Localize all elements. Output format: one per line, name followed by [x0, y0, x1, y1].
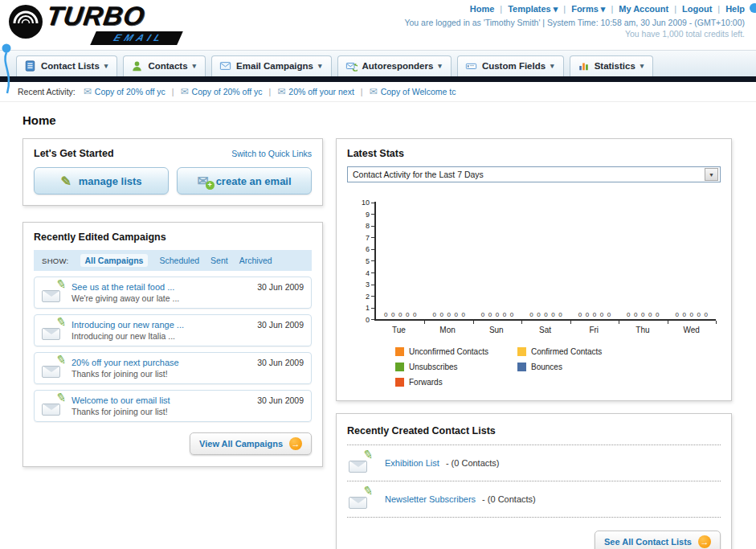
tab-email-campaigns[interactable]: Email Campaigns ▾ [211, 55, 331, 76]
logo-title: TURBO [45, 2, 182, 30]
recent-activity-item[interactable]: ✉Copy of Welcome tc [354, 86, 456, 97]
arrow-right-icon: → [289, 437, 302, 450]
decor-dot-right [750, 3, 756, 13]
stats-selected-option: Contact Activity for the Last 7 Days [353, 170, 484, 179]
logo-swirl-icon [8, 4, 43, 39]
campaigns-filter-bar: SHOW: All Campaigns Scheduled Sent Archi… [34, 250, 312, 271]
nav-forms-link[interactable]: Forms ▾ [558, 4, 605, 14]
legend-label: Bounces [531, 363, 562, 371]
tab-autoresponders[interactable]: Autoresponders ▾ [337, 55, 452, 76]
campaign-title-link[interactable]: 20% off your next purchase [72, 358, 179, 367]
left-column: Let's Get Started Switch to Quick Links … [22, 138, 323, 467]
campaign-row[interactable]: ✎ See us at the retail food ... We're gi… [34, 277, 312, 309]
legend-item: Unsubscribes [395, 363, 517, 371]
main-tab-bar: Contact Lists ▾ Contacts ▾ Email Campaig… [0, 50, 756, 76]
campaign-subtitle: We're giving away our late ... [72, 293, 179, 303]
chart-y-axis: 109876543210 [358, 199, 374, 324]
contact-list-link[interactable]: Exhibition List [385, 458, 439, 468]
view-all-campaigns-label: View All Campaigns [199, 439, 283, 449]
autoresponders-icon [345, 60, 358, 72]
envelope-icon: ✉ [370, 86, 378, 97]
nav-my-account-link[interactable]: My Account [605, 4, 668, 14]
contact-activity-chart: 109876543210 000000000000000000000000000… [358, 202, 716, 387]
manage-lists-label: manage lists [79, 175, 142, 187]
recent-activity-bar: Recent Activity: ✉Copy of 20% off yc ✉Co… [0, 82, 756, 102]
caret-down-icon: ▾ [438, 62, 442, 70]
campaign-date: 30 Jun 2009 [251, 395, 304, 416]
turbo-email-app: TURBO EMAIL HomeTemplates ▾Forms ▾My Acc… [0, 0, 756, 549]
tab-custom-fields[interactable]: Custom Fields ▾ [457, 55, 564, 76]
chart-plot: 00000000000000000000000000000000000 [374, 202, 716, 321]
tab-label: Contact Lists [41, 61, 100, 71]
logo-subtitle: EMAIL [90, 31, 183, 45]
filter-all-campaigns[interactable]: All Campaigns [80, 254, 149, 267]
campaigns-panel-title: Recently Edited Campaigns [34, 231, 312, 243]
legend-label: Unconfirmed Contacts [409, 347, 488, 356]
recent-activity-text: 20% off your next [288, 87, 354, 96]
select-arrow-icon: ▼ [705, 168, 718, 181]
campaign-date: 30 Jun 2009 [251, 282, 304, 303]
manage-lists-button[interactable]: ✎ manage lists [34, 167, 169, 195]
credits-info: You have 1,000 total credits left. [404, 29, 745, 39]
create-email-button[interactable]: ✉+ create an email [177, 167, 312, 195]
switch-quick-links-link[interactable]: Switch to Quick Links [231, 149, 312, 158]
legend-label: Unsubscribes [409, 363, 458, 371]
contact-list-row[interactable]: ✎ Newsletter Subscribers - (0 Contacts) [347, 481, 721, 518]
nav-help-link[interactable]: Help [712, 4, 745, 14]
tab-label: Custom Fields [482, 61, 546, 71]
get-started-panel: Let's Get Started Switch to Quick Links … [22, 138, 323, 206]
view-all-campaigns-button[interactable]: View All Campaigns → [190, 432, 312, 455]
legend-item: Forwards [395, 378, 517, 387]
campaign-subtitle: Thanks for joining our list! [72, 369, 179, 379]
chart-legend: Unconfirmed ContactsConfirmed ContactsUn… [395, 347, 716, 387]
show-label: SHOW: [42, 256, 69, 265]
campaign-title-link[interactable]: Introducing our new range ... [72, 320, 184, 330]
campaign-row[interactable]: ✎ Welcome to our email list Thanks for j… [34, 390, 312, 422]
nav-home-link[interactable]: Home [470, 4, 495, 14]
caret-down-icon: ▾ [318, 62, 322, 70]
campaign-row[interactable]: ✎ Introducing our new range ... Introduc… [34, 314, 312, 346]
login-info: You are logged in as 'Timothy Smith' | S… [404, 18, 745, 27]
decor-swoosh [0, 43, 18, 96]
nav-templates-link[interactable]: Templates ▾ [494, 4, 558, 14]
legend-label: Forwards [409, 378, 443, 387]
filter-scheduled[interactable]: Scheduled [159, 256, 199, 265]
contact-list-row[interactable]: ✎ Exhibition List - (0 Contacts) [347, 445, 721, 481]
campaign-title-link[interactable]: Welcome to our email list [72, 395, 170, 405]
app-logo[interactable]: TURBO EMAIL [8, 2, 180, 45]
legend-item: Unconfirmed Contacts [395, 347, 517, 356]
main-content: Home Let's Get Started Switch to Quick L… [0, 102, 756, 549]
pencil-icon: ✎ [60, 174, 71, 189]
see-all-contact-lists-button[interactable]: See All Contact Lists → [595, 531, 721, 549]
get-started-title: Let's Get Started [34, 148, 114, 159]
envelope-pencil-icon: ✎ [42, 282, 66, 303]
create-email-label: create an email [216, 175, 292, 187]
envelope-pencil-icon: ✎ [349, 489, 373, 510]
recent-activity-item[interactable]: ✉Copy of 20% off yc [166, 86, 263, 97]
contact-lists-icon [24, 60, 36, 72]
tab-label: Contacts [148, 61, 187, 71]
recent-activity-item[interactable]: ✉Copy of 20% off yc [84, 86, 166, 97]
recent-activity-item[interactable]: ✉20% off your next [263, 86, 354, 97]
arrow-right-icon: → [698, 535, 711, 548]
campaign-title-link[interactable]: See us at the retail food ... [72, 282, 179, 292]
campaign-row[interactable]: ✎ 20% off your next purchase Thanks for … [34, 352, 312, 384]
stats-period-select[interactable]: Contact Activity for the Last 7 Days ▼ [347, 166, 721, 182]
legend-swatch-icon [395, 378, 404, 387]
tab-contact-lists[interactable]: Contact Lists ▾ [16, 55, 117, 76]
caret-down-icon: ▾ [193, 62, 197, 70]
tab-label: Email Campaigns [236, 61, 313, 71]
statistics-icon [578, 60, 590, 72]
contact-list-count: - (0 Contacts) [446, 458, 500, 468]
legend-label: Confirmed Contacts [531, 347, 602, 356]
campaign-date: 30 Jun 2009 [251, 320, 304, 341]
filter-archived[interactable]: Archived [239, 256, 272, 265]
contact-list-link[interactable]: Newsletter Subscribers [385, 494, 476, 504]
tab-contacts[interactable]: Contacts ▾ [123, 55, 206, 76]
nav-logout-link[interactable]: Logout [668, 4, 712, 14]
top-header: TURBO EMAIL HomeTemplates ▾Forms ▾My Acc… [0, 0, 756, 50]
tab-statistics[interactable]: Statistics ▾ [570, 55, 654, 76]
right-column: Latest Stats Contact Activity for the La… [336, 138, 732, 549]
filter-sent[interactable]: Sent [210, 256, 228, 265]
caret-down-icon: ▾ [550, 62, 554, 70]
